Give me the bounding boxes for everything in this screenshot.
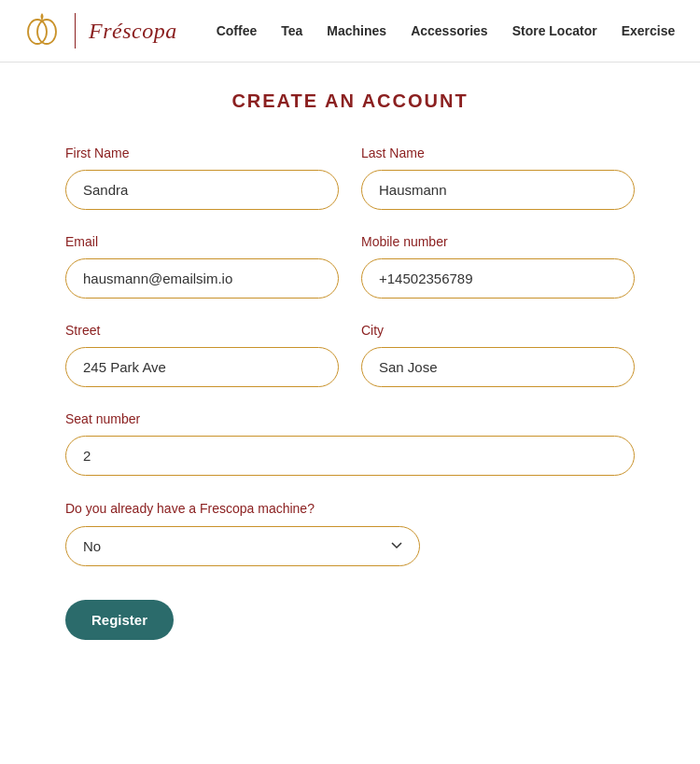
- seat-label: Seat number: [65, 411, 635, 426]
- email-mobile-row: Email Mobile number: [65, 234, 635, 299]
- last-name-group: Last Name: [361, 146, 635, 210]
- street-group: Street: [65, 323, 339, 387]
- nav-store-locator[interactable]: Store Locator: [503, 20, 607, 42]
- nav-accessories[interactable]: Accessories: [401, 20, 497, 42]
- email-group: Email: [65, 234, 339, 299]
- register-button[interactable]: Register: [65, 600, 174, 640]
- nav-coffee[interactable]: Coffee: [207, 20, 267, 42]
- brand-name[interactable]: Fréscopa: [89, 19, 177, 44]
- address-row: Street City: [65, 323, 635, 387]
- machine-row: Do you already have a Frescopa machine? …: [65, 500, 420, 566]
- city-input[interactable]: [361, 347, 635, 387]
- last-name-label: Last Name: [361, 146, 635, 160]
- name-row: First Name Last Name: [65, 146, 635, 210]
- mobile-input[interactable]: [361, 258, 635, 299]
- brand-divider: [75, 13, 76, 49]
- page-title: CREATE AN ACCOUNT: [65, 90, 635, 112]
- seat-input[interactable]: [65, 436, 635, 476]
- seat-row: Seat number: [65, 411, 635, 476]
- email-label: Email: [65, 234, 339, 249]
- nav-exercise[interactable]: Exercise: [612, 20, 685, 42]
- main-content: CREATE AN ACCOUNT First Name Last Name E…: [47, 63, 653, 677]
- create-account-form: First Name Last Name Email Mobile number…: [65, 146, 635, 640]
- seat-group: Seat number: [65, 411, 635, 476]
- street-label: Street: [65, 323, 339, 338]
- city-label: City: [361, 323, 635, 338]
- machine-select[interactable]: No Yes: [65, 526, 420, 566]
- first-name-group: First Name: [65, 146, 339, 210]
- mobile-group: Mobile number: [361, 234, 635, 299]
- nav-tea[interactable]: Tea: [272, 20, 312, 42]
- nav-machines[interactable]: Machines: [317, 20, 396, 42]
- first-name-input[interactable]: [65, 170, 339, 210]
- main-nav: Coffee Tea Machines Accessories Store Lo…: [207, 20, 685, 42]
- site-header: Fréscopa Coffee Tea Machines Accessories…: [0, 0, 700, 63]
- first-name-label: First Name: [65, 146, 339, 160]
- city-group: City: [361, 323, 635, 387]
- mobile-label: Mobile number: [361, 234, 635, 249]
- logo-area[interactable]: Fréscopa: [22, 11, 177, 50]
- machine-label: Do you already have a Frescopa machine?: [65, 500, 420, 519]
- email-input[interactable]: [65, 258, 339, 299]
- logo-icon: [22, 11, 62, 50]
- street-input[interactable]: [65, 347, 339, 387]
- last-name-input[interactable]: [361, 170, 635, 210]
